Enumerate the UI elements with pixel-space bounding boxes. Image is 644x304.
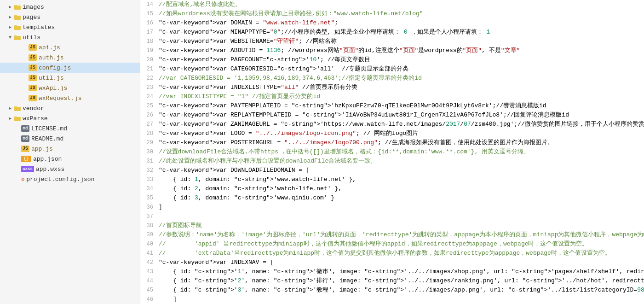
sidebar-item-auth-js[interactable]: JSauth.js — [0, 53, 140, 63]
sidebar-item-wxRequest-js[interactable]: JSwxRequest.js — [0, 93, 140, 103]
svg-rect-5 — [14, 25, 17, 27]
code-area: 14//配置域名,域名只修改此处。15//如果wordpress没有安装在网站根… — [140, 0, 644, 304]
code-text: "c-var-keyword">var POSTERIMGURL = "../.… — [159, 138, 553, 147]
sidebar-item-api-js[interactable]: JSapi.js — [0, 42, 140, 53]
sidebar-item-label: app.wxss — [36, 166, 64, 173]
line-number: 45 — [144, 286, 159, 295]
table-row: 26"c-var-keyword">var REPLAYTEMPPLATEID … — [144, 111, 640, 120]
sidebar-item-label: wxParse — [23, 115, 48, 122]
chevron-icon: ▶ — [7, 116, 13, 121]
folder-icon — [14, 3, 21, 11]
sidebar-item-util-js[interactable]: JSutil.js — [0, 73, 140, 83]
code-text: //首页图标导航 — [159, 221, 202, 230]
code-lines: 14//配置域名,域名只修改此处。15//如果wordpress没有安装在网站根… — [140, 0, 644, 304]
code-text: "c-var-keyword">var WEBSITENAME="守望轩"; /… — [159, 37, 337, 46]
sidebar-item-app-wxss[interactable]: wxssapp.wxss — [0, 164, 140, 174]
table-row: 46 ] — [144, 295, 640, 304]
table-row: 40// 'appid' 当redirecttype为miniapp时，这个值为… — [144, 240, 640, 249]
table-row: 28"c-var-keyword">var LOGO = "../../imag… — [144, 129, 640, 138]
table-row: 30//设置downloadFile合法域名,不带https ,在中括号([])… — [144, 147, 640, 157]
sidebar-item-utils[interactable]: ▼ utils — [0, 32, 140, 42]
line-number: 27 — [144, 120, 159, 129]
folder-icon — [14, 105, 21, 112]
folder-icon — [14, 23, 21, 31]
line-number: 33 — [144, 175, 159, 184]
table-row: 15//如果wordpress没有安装在网站根目录请加上目录路径,例如："www… — [144, 9, 640, 18]
gear-icon: ⚙ — [21, 176, 24, 183]
line-number: 36 — [144, 203, 159, 212]
code-text: { id: "c-string">'2', name: "c-string">'… — [159, 276, 644, 286]
line-number: 40 — [144, 240, 159, 249]
table-row: 20"c-var-keyword">var PAGECOUNT="c-strin… — [144, 55, 640, 64]
code-text: //var INDEXLISTTYPE = "1" //指定首页显示分类的id — [159, 92, 320, 101]
code-text: //var CATEGORIESID = '1,1059,98,416,189,… — [159, 74, 422, 83]
js-badge: JS — [29, 85, 37, 91]
table-row: 39//参数说明：'name'为名称，'image'为图标路径，'url'为跳转… — [144, 230, 640, 240]
chevron-icon: ▶ — [7, 4, 13, 10]
line-number: 32 — [144, 166, 159, 175]
svg-rect-9 — [14, 106, 17, 108]
table-row: 36] — [144, 203, 640, 212]
sidebar-item-label: project.config.json — [26, 176, 94, 183]
sidebar-item-images[interactable]: ▶ images — [0, 2, 140, 12]
code-text: "c-var-keyword">var INDEXLISTTYPE="all" … — [159, 83, 357, 92]
sidebar-item-config-js[interactable]: JSconfig.js — [0, 63, 140, 73]
table-row: 18"c-var-keyword">var WEBSITENAME="守望轩";… — [144, 37, 640, 46]
js-badge: JS — [29, 95, 37, 101]
code-text: { id: 2, domain: "c-string">'watch-life.… — [159, 184, 342, 193]
line-number: 30 — [144, 147, 159, 157]
svg-rect-1 — [14, 5, 17, 6]
table-row: 27"c-var-keyword">var ZANIMAGEURL = "c-s… — [144, 120, 640, 129]
line-number: 20 — [144, 55, 159, 64]
code-text: "c-var-keyword">var INDEXNAV = [ — [159, 258, 274, 267]
table-row: 38//首页图标导航 — [144, 221, 640, 230]
table-row: 17"c-var-keyword">var MINAPPTYPE="0";//小… — [144, 28, 640, 37]
code-text: "c-var-keyword">var DOWNLOADFILEDOMAIN =… — [159, 166, 310, 175]
sidebar-item-readme-md[interactable]: mdREADME.md — [0, 134, 140, 144]
chevron-icon: ▶ — [7, 14, 13, 20]
sidebar-item-pages[interactable]: ▶ pages — [0, 12, 140, 22]
folder-icon — [14, 34, 21, 41]
sidebar-item-app-js[interactable]: JSapp.js — [0, 144, 140, 154]
json-badge: {} — [21, 156, 31, 162]
table-row: 21"c-var-keyword">var CATEGORIESID="c-st… — [144, 64, 640, 74]
table-row: 42"c-var-keyword">var INDEXNAV = [ — [144, 258, 640, 267]
line-number: 22 — [144, 74, 159, 83]
table-row: 31//此处设置的域名和小程序与小程序后台设置的downloadFile合法域名… — [144, 157, 640, 166]
code-text: // 'appid' 当redirecttype为miniapp时，这个值为其他… — [159, 240, 588, 249]
line-number: 35 — [144, 193, 159, 203]
sidebar-item-vendor[interactable]: ▶ vendor — [0, 103, 140, 113]
line-number: 43 — [144, 267, 159, 276]
chevron-icon: ▶ — [7, 105, 13, 111]
table-row: 45 { id: "c-string">'3', name: "c-string… — [144, 286, 640, 295]
line-number: 46 — [144, 295, 159, 304]
code-text: // 'extraData'当redirecttype为miniapp时，这个值… — [159, 249, 611, 258]
line-number: 39 — [144, 230, 159, 240]
sidebar-item-label: app.json — [33, 156, 62, 163]
code-editor: 14//配置域名,域名只修改此处。15//如果wordpress没有安装在网站根… — [140, 0, 644, 304]
sidebar-item-templates[interactable]: ▶ templates — [0, 22, 140, 32]
table-row: 16"c-var-keyword">var DOMAIN = "www.watc… — [144, 18, 640, 28]
code-text: //设置downloadFile合法域名,不带https ,在中括号([])里增… — [159, 147, 529, 157]
sidebar-item-wxParse[interactable]: ▶ wxParse — [0, 113, 140, 123]
code-text: "c-var-keyword">var REPLAYTEMPPLATEID = … — [159, 111, 569, 120]
code-text: "c-var-keyword">var ZANIMAGEURL = "c-str… — [159, 120, 644, 129]
md-badge: md — [21, 125, 29, 132]
js-badge: JS — [29, 44, 37, 51]
sidebar-item-app-json[interactable]: {}app.json — [0, 154, 140, 164]
sidebar-item-license-md[interactable]: mdLICENSE.md — [0, 123, 140, 134]
table-row: 37 — [144, 212, 640, 221]
sidebar-item-label: app.js — [31, 146, 53, 152]
line-number: 24 — [144, 92, 159, 101]
code-text: //参数说明：'name'为名称，'image'为图标路径，'url'为跳转的页… — [159, 230, 644, 240]
table-row: 35 { id: 3, domain: "c-string">'www.qini… — [144, 193, 640, 203]
table-row: 22//var CATEGORIESID = '1,1059,98,416,18… — [144, 74, 640, 83]
line-number: 19 — [144, 46, 159, 55]
sidebar-item-project-config[interactable]: ⚙project.config.json — [0, 174, 140, 184]
sidebar-item-wxApi-js[interactable]: JSwxApi.js — [0, 83, 140, 93]
table-row: 23"c-var-keyword">var INDEXLISTTYPE="all… — [144, 83, 640, 92]
chevron-icon: ▼ — [7, 35, 13, 40]
code-text: "c-var-keyword">var CATEGORIESID="c-stri… — [159, 64, 409, 74]
folder-icon — [14, 13, 21, 21]
sidebar-item-label: pages — [23, 14, 40, 21]
